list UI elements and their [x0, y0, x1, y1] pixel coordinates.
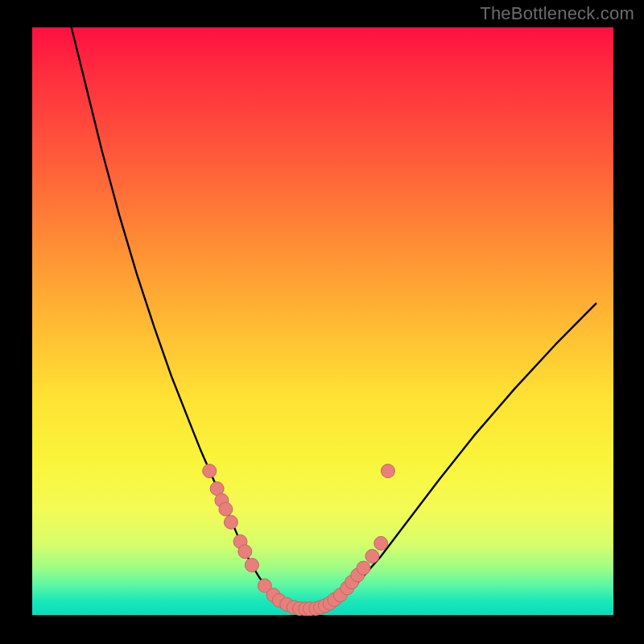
- curve-marker: [238, 545, 252, 559]
- curve-marker: [224, 515, 237, 529]
- curve-markers: [203, 464, 395, 616]
- curve-marker: [357, 561, 370, 575]
- curve-marker: [374, 536, 388, 550]
- chart-frame: TheBottleneck.com: [0, 0, 644, 644]
- plot-area: [32, 27, 613, 615]
- curve-marker: [381, 464, 394, 478]
- curve-marker: [245, 559, 258, 572]
- chart-svg: [32, 27, 613, 615]
- bottleneck-curve: [67, 10, 596, 609]
- curve-marker: [203, 464, 217, 478]
- curve-marker: [365, 550, 379, 564]
- curve-marker: [219, 502, 233, 516]
- watermark-text: TheBottleneck.com: [480, 3, 634, 24]
